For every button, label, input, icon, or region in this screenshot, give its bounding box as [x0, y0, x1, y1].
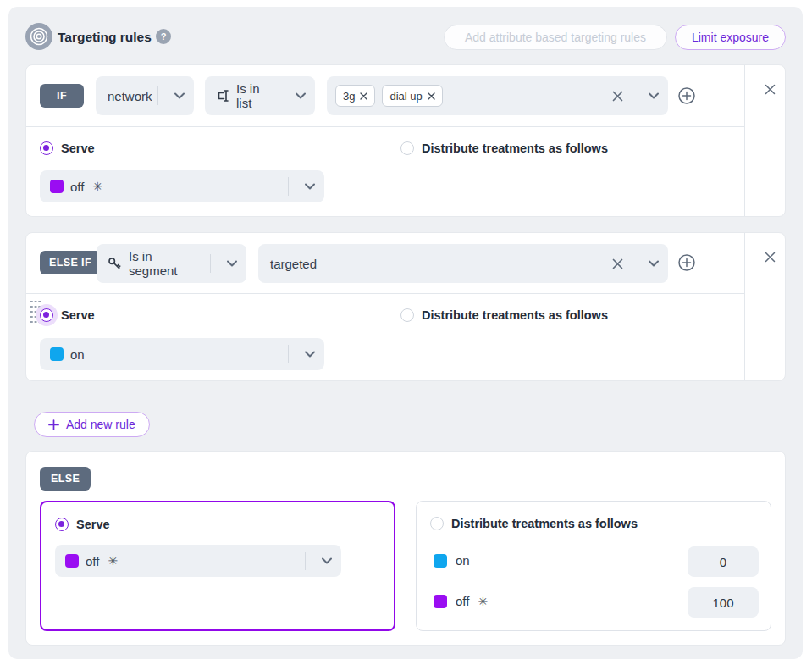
segment-value: targeted	[270, 257, 317, 271]
chip-label: 3g	[343, 90, 355, 103]
clear-segment-icon[interactable]	[612, 258, 623, 269]
chevron-down-icon	[639, 260, 668, 267]
add-condition-icon[interactable]	[677, 86, 696, 105]
serve-radio[interactable]	[55, 518, 69, 531]
treatment-color-swatch	[65, 554, 79, 568]
chevron-down-icon	[218, 260, 246, 267]
treatment-value: off	[70, 180, 84, 194]
chevron-down-icon	[165, 92, 194, 99]
distribution-row: off ✳	[434, 594, 488, 608]
serve-label: Serve	[76, 518, 110, 531]
percent-input-off[interactable]	[688, 587, 759, 618]
default-treatment-icon: ✳	[108, 554, 118, 568]
serve-label: Serve	[61, 141, 95, 155]
else-badge: ELSE	[40, 467, 91, 491]
treatment-value: on	[70, 347, 85, 362]
list-matcher-icon	[215, 88, 230, 103]
help-icon[interactable]: ?	[156, 29, 171, 44]
delete-rule-button[interactable]	[758, 245, 782, 269]
limit-exposure-button[interactable]: Limit exposure	[675, 25, 786, 50]
delete-rule-button[interactable]	[758, 77, 782, 101]
add-attribute-rules-button[interactable]: Add attribute based targeting rules	[444, 25, 667, 50]
value-chip: dial up	[382, 85, 442, 107]
treatment-color-swatch	[50, 180, 64, 193]
serve-section: Serve Distribute treatments as follows o…	[26, 294, 744, 382]
default-treatment-icon: ✳	[92, 180, 102, 193]
targeting-rules-panel: Targeting rules ? Add attribute based ta…	[8, 7, 803, 659]
matcher-value: Is in segment	[129, 249, 203, 278]
chevron-down-icon	[296, 183, 324, 190]
segment-select[interactable]: targeted	[258, 244, 668, 283]
else-if-badge: ELSE IF	[40, 251, 101, 274]
serve-label: Serve	[61, 308, 95, 322]
else-card: ELSE Serve off ✳ Distribute treatments a…	[25, 451, 786, 646]
distribute-radio[interactable]	[400, 141, 414, 155]
else-serve-box[interactable]: Serve off ✳	[40, 501, 395, 631]
chevron-down-icon	[312, 557, 341, 564]
card-divider	[744, 65, 745, 216]
values-multiselect[interactable]: 3g dial up	[327, 76, 668, 115]
else-distribute-box[interactable]: Distribute treatments as follows on off …	[416, 501, 771, 631]
remove-chip-icon[interactable]	[428, 92, 435, 100]
distribute-label: Distribute treatments as follows	[422, 308, 608, 322]
attribute-select[interactable]: network	[96, 76, 194, 115]
page-title: Targeting rules	[58, 30, 152, 45]
remove-chip-icon[interactable]	[360, 92, 367, 100]
matcher-select[interactable]: Is in segment	[97, 244, 246, 283]
treatment-value: off	[456, 594, 469, 608]
treatment-select[interactable]: on	[40, 338, 324, 370]
row-divider	[26, 126, 744, 127]
treatment-color-swatch	[434, 554, 447, 568]
treatment-select[interactable]: off ✳	[55, 545, 341, 577]
treatment-color-swatch	[434, 595, 447, 608]
value-chip: 3g	[335, 85, 375, 107]
percent-input-on[interactable]	[688, 546, 759, 577]
distribute-radio[interactable]	[430, 517, 444, 530]
chevron-down-icon	[296, 351, 324, 358]
distribute-label: Distribute treatments as follows	[422, 141, 608, 155]
add-new-rule-button[interactable]: Add new rule	[34, 412, 150, 437]
default-treatment-icon: ✳	[478, 595, 488, 608]
treatment-select[interactable]: off ✳	[40, 170, 324, 202]
matcher-value: Is in list	[236, 81, 273, 110]
segment-key-icon	[107, 256, 122, 271]
if-badge: IF	[40, 84, 84, 108]
distribute-radio[interactable]	[400, 308, 414, 322]
card-divider	[744, 233, 745, 380]
chip-label: dial up	[389, 90, 422, 103]
matcher-select[interactable]: Is in list	[205, 76, 315, 115]
distribution-row: on	[434, 553, 470, 568]
add-condition-icon[interactable]	[677, 253, 696, 272]
distribute-label: Distribute treatments as follows	[451, 517, 638, 530]
chevron-down-icon	[639, 92, 668, 99]
treatment-color-swatch	[50, 347, 64, 361]
target-icon	[25, 23, 52, 50]
serve-radio[interactable]	[40, 308, 53, 322]
add-new-rule-label: Add new rule	[66, 418, 135, 431]
attribute-value: network	[108, 89, 152, 103]
treatment-value: off	[86, 554, 99, 568]
treatment-value: on	[456, 553, 470, 568]
clear-values-icon[interactable]	[612, 91, 623, 102]
rule-card-if: IF network Is in list	[25, 64, 786, 217]
rule-card-else-if: ELSE IF Is in segment targeted	[25, 232, 786, 381]
plus-icon	[48, 419, 59, 430]
serve-radio[interactable]	[40, 141, 53, 155]
chevron-down-icon	[286, 92, 315, 99]
